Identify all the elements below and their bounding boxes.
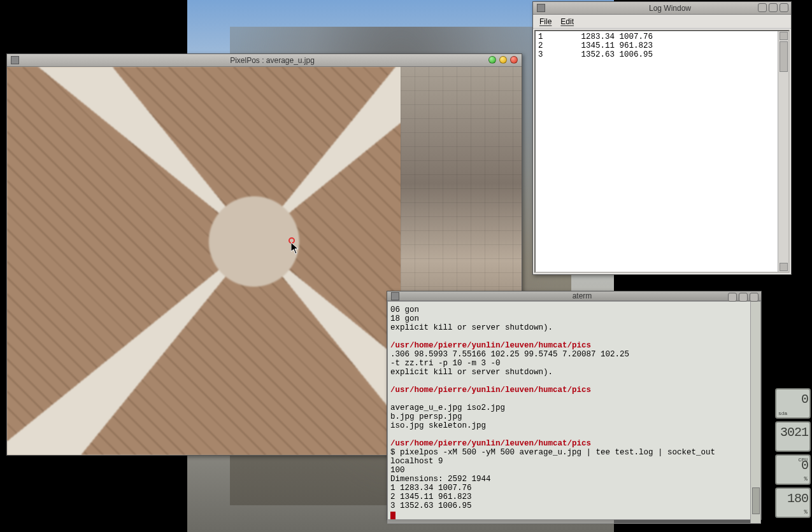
log-window[interactable]: Log Window File Edit 1 1283.34 1007.76 2… bbox=[532, 1, 792, 275]
terminal-line: explicit kill or server shutdown). bbox=[390, 323, 746, 332]
monitor-unit: % bbox=[804, 509, 808, 515]
maximize-button[interactable] bbox=[769, 3, 778, 12]
maximize-button[interactable] bbox=[739, 293, 748, 302]
pixel-marker-icon bbox=[288, 237, 295, 244]
terminal-line: Dimensions: 2592 1944 bbox=[390, 475, 746, 484]
terminal-line: /usr/home/pierre/yunlin/leuven/humcat/pi… bbox=[390, 341, 746, 350]
terminal-line: .306 98.5993 7.55166 102.25 99.5745 7.20… bbox=[390, 350, 746, 359]
scroll-up-icon[interactable] bbox=[780, 32, 788, 40]
terminal-line: average_u_e.jpg iso2.jpg bbox=[390, 403, 746, 412]
window-menu-icon[interactable] bbox=[11, 56, 19, 64]
window-menu-icon[interactable] bbox=[391, 292, 399, 300]
log-title: Log Window bbox=[549, 4, 791, 13]
close-button[interactable] bbox=[510, 56, 518, 64]
terminal-line: explicit kill or server shutdown). bbox=[390, 368, 746, 377]
terminal-line: b.jpg persp.jpg bbox=[390, 412, 746, 421]
monitor-corner-label: CPU bbox=[799, 457, 808, 463]
close-button[interactable] bbox=[750, 293, 759, 302]
log-menubar: File Edit bbox=[533, 15, 791, 29]
scroll-down-icon[interactable] bbox=[780, 263, 788, 271]
log-titlebar[interactable]: Log Window bbox=[533, 2, 791, 15]
terminal-line: -t zz.tri -p 10 -m 3 -0 bbox=[390, 359, 746, 368]
window-controls bbox=[758, 3, 788, 12]
terminal-line bbox=[390, 395, 746, 403]
aterm-title: aterm bbox=[403, 291, 761, 300]
scroll-thumb[interactable] bbox=[752, 487, 760, 514]
window-controls bbox=[488, 56, 518, 64]
monitor-net[interactable]: 3021 bbox=[775, 421, 811, 452]
system-monitor-stack: 0 sda 3021 0 % CPU 180 % bbox=[775, 388, 811, 518]
window-controls bbox=[728, 293, 759, 302]
monitor-value: 3021 bbox=[776, 425, 808, 440]
terminal-line: 2 1345.11 961.823 bbox=[390, 493, 746, 501]
monitor-value: 0 bbox=[776, 392, 808, 407]
monitor-cpu[interactable]: 0 % CPU bbox=[775, 454, 811, 485]
terminal-line: $ pixelpos -xM 500 -yM 500 average_u.jpg… bbox=[390, 448, 746, 466]
pixelpos-title: PixelPos : average_u.jpg bbox=[23, 56, 522, 65]
terminal-line: iso.jpg skeleton.jpg bbox=[390, 421, 746, 430]
monitor-unit: % bbox=[804, 476, 808, 482]
window-menu-icon[interactable] bbox=[537, 4, 545, 12]
terminal-line: /usr/home/pierre/yunlin/leuven/humcat/pi… bbox=[390, 439, 746, 448]
monitor-disk[interactable]: 0 sda bbox=[775, 388, 811, 419]
terminal-line: /usr/home/pierre/yunlin/leuven/humcat/pi… bbox=[390, 386, 746, 395]
pixelpos-titlebar[interactable]: PixelPos : average_u.jpg bbox=[7, 54, 522, 67]
monitor-mem[interactable]: 180 % bbox=[775, 487, 811, 518]
log-scrollbar[interactable] bbox=[778, 31, 788, 272]
aterm-window[interactable]: aterm 06 gon18 gonexplicit kill or serve… bbox=[387, 291, 762, 520]
terminal-line: 18 gon bbox=[390, 314, 746, 323]
terminal-line bbox=[390, 377, 746, 386]
terminal-scrollbar[interactable] bbox=[750, 302, 760, 523]
terminal-line: 3 1352.63 1006.95 bbox=[390, 501, 746, 510]
aterm-titlebar[interactable]: aterm bbox=[387, 291, 761, 301]
terminal-line: 1 1283.34 1007.76 bbox=[390, 484, 746, 493]
close-button[interactable] bbox=[780, 3, 788, 12]
log-body: 1 1283.34 1007.76 2 1345.11 961.823 3 13… bbox=[534, 30, 790, 273]
monitor-value: 180 bbox=[776, 491, 808, 506]
terminal-line bbox=[390, 332, 746, 341]
menu-file[interactable]: File bbox=[539, 17, 552, 26]
minimize-button[interactable] bbox=[488, 56, 496, 64]
maximize-button[interactable] bbox=[499, 56, 507, 64]
scroll-thumb[interactable] bbox=[780, 41, 788, 72]
minimize-button[interactable] bbox=[728, 293, 737, 302]
monitor-label: sda bbox=[778, 410, 787, 416]
log-text[interactable]: 1 1283.34 1007.76 2 1345.11 961.823 3 13… bbox=[536, 31, 778, 272]
terminal-text[interactable]: 06 gon18 gonexplicit kill or server shut… bbox=[388, 302, 750, 523]
terminal-body: 06 gon18 gonexplicit kill or server shut… bbox=[387, 301, 761, 524]
minimize-button[interactable] bbox=[758, 3, 767, 12]
menu-edit[interactable]: Edit bbox=[560, 17, 574, 26]
terminal-line: 100 bbox=[390, 466, 746, 475]
terminal-line bbox=[390, 430, 746, 439]
terminal-line: 06 gon bbox=[390, 305, 746, 314]
terminal-cursor-icon bbox=[390, 512, 395, 519]
